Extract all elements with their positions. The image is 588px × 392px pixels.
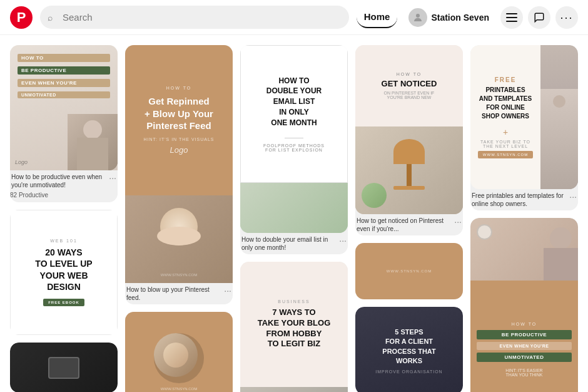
pin-photo-laptop [10, 343, 118, 392]
user-name: Station Seven [431, 13, 489, 23]
search-input[interactable] [40, 6, 349, 29]
pin-sub-email: FOOLPROOF METHODSFOR LIST EXPLOSION [263, 143, 325, 152]
pin-title-printables: PRINTABLESAND TEMPLATESFOR ONLINESHOP OW… [479, 86, 532, 121]
pin-logo-repinned: Logo [170, 145, 188, 155]
search-icon: ⌕ [48, 13, 53, 23]
pin-title-webdesign: 20 WAYSTO LEVEL UPYOUR WEBDESIGN [35, 247, 92, 292]
pin-tagline-printables: TAKE YOUR BIZ TOTHE NEXT LEVEL [480, 140, 530, 148]
nav-home[interactable]: Home [357, 6, 398, 28]
pin-url-repinned: WWW.STNSYN.COM [161, 273, 197, 277]
pin-text-printables: FREE PRINTABLESAND TEMPLATESFOR ONLINESH… [470, 45, 540, 189]
pin-visual-blowup: WWW.STNSYN.COM [125, 312, 233, 392]
pin-visual-noticed-url: WWW.STNSYN.COM [355, 243, 463, 299]
pin-card-printables[interactable]: FREE PRINTABLESAND TEMPLATESFOR ONLINESH… [470, 45, 578, 210]
main-content: HOW TO BE PRODUCTIVE EVEN WHEN YOU'RE UN… [0, 35, 588, 392]
pin-howto-right: HOW TO [477, 322, 572, 326]
pin-hint-right: HINT: IT'S EASIERTHAN YOU THINK [477, 368, 572, 377]
pin-visual-webdesign: WEB 101 20 WAYSTO LEVEL UPYOUR WEBDESIGN… [10, 210, 118, 335]
pin-photo-printables-person [540, 45, 578, 189]
pin-badge-evenwhen: EVEN WHEN YOU'RE [477, 342, 572, 350]
pin-card-webdesign[interactable]: WEB 101 20 WAYSTO LEVEL UPYOUR WEBDESIGN… [10, 210, 118, 335]
pin-url-noticed: WWW.STNSYN.COM [387, 269, 432, 273]
pin-eyebrow-howto: HOW TO [166, 86, 192, 90]
pin-grid: HOW TO BE PRODUCTIVE EVEN WHEN YOU'RE UN… [10, 45, 578, 392]
pin-label-unmotivated: UNMOTIVATED [18, 91, 110, 98]
pin-more-icon[interactable]: ··· [339, 235, 347, 245]
pin-more-icon[interactable]: ··· [454, 217, 462, 227]
pin-visual-7ways: BUSINESS 7 WAYS TOTAKE YOUR BLOGFROM HOB… [240, 262, 348, 387]
pin-card-blowup[interactable]: WWW.STNSYN.COM [125, 312, 233, 392]
pin-more-icon[interactable]: ··· [109, 173, 116, 183]
pin-title-noticed: GET NOTICED [382, 79, 437, 89]
pin-visual-beproductive-right: HOW TO BE PRODUCTIVE EVEN WHEN YOU'RE UN… [470, 281, 578, 392]
pin-title-5steps-works: 5 STEPSFOR A CLIENTPROCESS THATWORKS [382, 328, 435, 366]
pin-label-evenwhen: EVEN WHEN YOU'RE [18, 79, 110, 87]
pin-caption-row-repinned: How to blow up your Pinterest feed. ··· [125, 283, 233, 304]
pin-photo-person-right [470, 218, 578, 281]
user-info[interactable]: Station Seven [402, 4, 495, 31]
pin-card-email[interactable]: HOW TODOUBLE YOUREMAIL LISTIN ONLYONE MO… [240, 45, 348, 254]
messages-button[interactable] [528, 6, 550, 29]
svg-point-0 [416, 14, 420, 18]
pin-photo-woman [68, 114, 118, 170]
pin-title-repinned: Get Repinned+ Blow Up YourPinterest Feed [144, 95, 213, 132]
pin-more-icon[interactable]: ··· [569, 192, 577, 202]
pin-card-5steps-works[interactable]: 5 STEPSFOR A CLIENTPROCESS THATWORKS IMP… [355, 307, 463, 392]
pin-visual-repinned: HOW TO Get Repinned+ Blow Up YourPintere… [125, 45, 233, 195]
pin-more-icon[interactable]: ··· [224, 286, 231, 296]
pin-visual-productive: HOW TO BE PRODUCTIVE EVEN WHEN YOU'RE UN… [10, 45, 118, 170]
pin-caption-email: How to double your email list in only on… [241, 235, 337, 252]
pin-caption-printables: Free printables and templates for online… [472, 192, 567, 208]
pin-sub-noticed: ON PINTEREST EVEN IFYOU'RE BRAND NEW [384, 91, 435, 100]
pin-btn-printables: WWW.STNSYN.COM [478, 151, 533, 158]
pin-cross: + [503, 127, 508, 137]
pin-visual-noticed-top: HOW TO GET NOTICED ON PINTEREST EVEN IFY… [355, 45, 463, 126]
pin-hint-repinned: HINT: IT'S IN THE VISUALS [144, 137, 215, 142]
pin-label-howto: HOW TO [18, 54, 110, 62]
pin-card[interactable]: HOW TO BE PRODUCTIVE EVEN WHEN YOU'RE UN… [10, 45, 118, 202]
pin-card-repinned[interactable]: HOW TO Get Repinned+ Blow Up YourPintere… [125, 45, 233, 304]
top-nav: Home Station Seven ··· [357, 4, 578, 31]
pin-card-noticed-url[interactable]: WWW.STNSYN.COM [355, 243, 463, 299]
pin-title-7ways: 7 WAYS TOTAKE YOUR BLOGFROM HOBBYTO LEGI… [258, 307, 331, 350]
app-header: P ⌕ Home Station Seven ··· [0, 0, 588, 35]
svg-rect-2 [506, 17, 517, 18]
pin-visual-5steps-works: 5 STEPSFOR A CLIENTPROCESS THATWORKS IMP… [355, 307, 463, 392]
more-button[interactable]: ··· [555, 6, 578, 29]
svg-rect-1 [506, 13, 517, 14]
pin-caption-row-email: How to double your email list in only on… [240, 233, 348, 254]
pin-photo-7ways: WWW.STNSYN.COM [240, 387, 348, 392]
pin-photo-repinned: WWW.STNSYN.COM [125, 195, 233, 283]
avatar [408, 8, 427, 27]
pin-card-photo[interactable] [10, 343, 118, 392]
pinterest-logo[interactable]: P [10, 6, 33, 29]
pin-btn-ebook: FREE EBOOK [43, 299, 84, 306]
pin-eyebrow-noticed: HOW TO [397, 72, 422, 76]
pin-url-blowup: WWW.STNSYN.COM [161, 387, 197, 391]
menu-button[interactable] [500, 6, 523, 29]
pin-badge-beproductive: BE PRODUCTIVE [477, 330, 572, 339]
pin-caption-row-noticed: How to get noticed on Pinterest even if … [355, 214, 463, 235]
pin-caption-noticed: How to get noticed on Pinterest even if … [357, 217, 452, 233]
pin-stat: 82 Productive [10, 192, 118, 199]
pin-photo-email [240, 183, 348, 233]
pin-label-beproductive: BE PRODUCTIVE [18, 66, 110, 75]
pin-eyebrow-business: BUSINESS [278, 299, 310, 304]
pin-eyebrow-web101: WEB 101 [50, 239, 78, 243]
pin-card-beproductive-right[interactable]: HOW TO BE PRODUCTIVE EVEN WHEN YOU'RE UN… [470, 218, 578, 392]
pin-logo-text: Logo [15, 159, 28, 165]
pin-photo-circle [154, 333, 204, 383]
pin-card-noticed[interactable]: HOW TO GET NOTICED ON PINTEREST EVEN IFY… [355, 45, 463, 235]
pin-caption-row: How to be productive even when you're un… [10, 170, 118, 192]
pin-card-7ways[interactable]: BUSINESS 7 WAYS TOTAKE YOUR BLOGFROM HOB… [240, 262, 348, 392]
pin-visual-printables: FREE PRINTABLESAND TEMPLATESFOR ONLINESH… [470, 45, 578, 189]
pin-title-email: HOW TODOUBLE YOUREMAIL LISTIN ONLYONE MO… [266, 76, 322, 128]
pin-badge-unmotivated: UNMOTIVATED [477, 353, 572, 362]
pin-photo-chair [355, 126, 463, 214]
pin-divider [285, 138, 303, 138]
search-bar: ⌕ [40, 6, 349, 29]
pin-label-free: FREE [495, 76, 517, 83]
pin-visual-email: HOW TODOUBLE YOUREMAIL LISTIN ONLYONE MO… [240, 45, 348, 183]
pin-caption: How to be productive even when you're un… [11, 173, 106, 189]
pin-caption-repinned: How to blow up your Pinterest feed. [126, 286, 221, 302]
